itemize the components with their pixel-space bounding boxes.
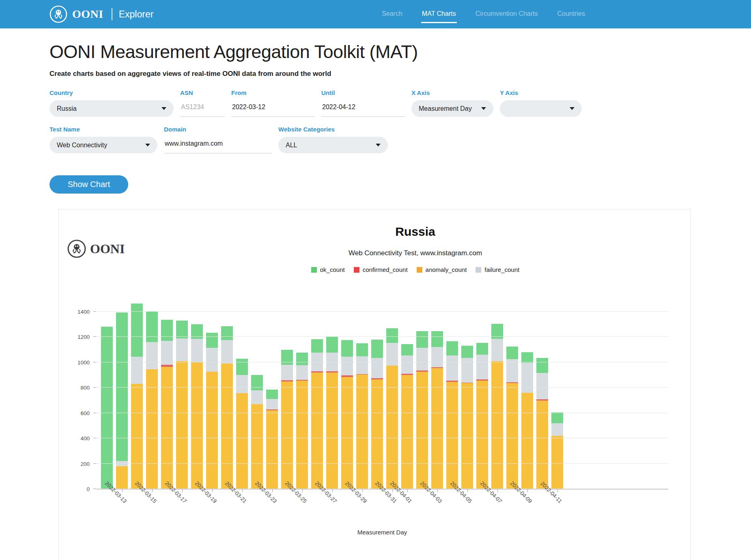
bar-2022-04-04[interactable] [445,304,460,489]
segment-anomaly_count[interactable] [131,384,143,489]
segment-anomaly_count[interactable] [386,366,398,489]
bar-2022-03-19[interactable] [204,304,219,489]
segment-ok_count[interactable] [311,339,323,353]
stacked-bar[interactable] [131,304,143,489]
segment-anomaly_count[interactable] [326,373,338,489]
nav-countries[interactable]: Countries [557,6,586,22]
asn-input[interactable] [180,100,225,117]
stacked-bar[interactable] [281,350,293,489]
stacked-bar[interactable] [206,333,218,489]
segment-ok_count[interactable] [101,327,113,489]
segment-failure_count[interactable] [431,347,443,367]
segment-ok_count[interactable] [296,353,308,365]
segment-ok_count[interactable] [341,340,353,357]
segment-failure_count[interactable] [401,355,413,374]
segment-failure_count[interactable] [491,339,503,361]
segment-ok_count[interactable] [206,333,218,348]
stacked-bar[interactable] [101,327,113,489]
segment-failure_count[interactable] [266,399,278,409]
bar-2022-03-20[interactable] [219,304,235,489]
stacked-bar[interactable] [116,312,128,489]
segment-failure_count[interactable] [146,342,158,369]
stacked-bar[interactable] [266,390,278,489]
segment-failure_count[interactable] [476,355,488,379]
bar-2022-03-15[interactable] [144,304,159,489]
bar-2022-03-31[interactable] [385,304,400,489]
segment-failure_count[interactable] [521,363,533,392]
segment-anomaly_count[interactable] [431,368,443,489]
segment-ok_count[interactable] [161,320,173,341]
segment-ok_count[interactable] [386,328,398,343]
segment-anomaly_count[interactable] [266,410,278,489]
segment-ok_count[interactable] [371,340,383,358]
segment-ok_count[interactable] [551,412,563,423]
segment-ok_count[interactable] [176,321,188,338]
bar-2022-03-24[interactable] [280,304,295,489]
segment-ok_count[interactable] [236,359,248,375]
website-categories-select[interactable]: ALL [278,137,388,153]
segment-failure_count[interactable] [551,423,563,436]
segment-failure_count[interactable] [356,356,368,374]
bar-2022-04-02[interactable] [415,304,430,489]
brand[interactable]: OONI Explorer [49,5,153,23]
bar-2022-03-25[interactable] [295,304,310,489]
bar-2022-04-09[interactable] [520,304,535,489]
stacked-bar[interactable] [476,343,488,489]
segment-failure_count[interactable] [416,348,428,370]
segment-failure_count[interactable] [131,357,143,384]
segment-anomaly_count[interactable] [416,372,428,489]
stacked-bar[interactable] [536,358,548,489]
segment-failure_count[interactable] [236,375,248,393]
stacked-bar[interactable] [506,347,518,489]
segment-failure_count[interactable] [341,357,353,375]
segment-anomaly_count[interactable] [521,393,533,489]
segment-anomaly_count[interactable] [341,377,353,489]
bar-2022-03-29[interactable] [355,304,370,489]
segment-ok_count[interactable] [506,347,518,359]
segment-failure_count[interactable] [161,341,173,365]
stacked-bar[interactable] [416,331,428,489]
segment-ok_count[interactable] [281,350,293,365]
bar-2022-04-10[interactable] [535,304,550,489]
test-name-select[interactable]: Web Connectivity [49,137,157,153]
stacked-bar[interactable] [296,353,308,489]
stacked-bar[interactable] [146,312,158,489]
segment-ok_count[interactable] [401,344,413,355]
segment-anomaly_count[interactable] [296,381,308,489]
segment-failure_count[interactable] [206,348,218,372]
bar-2022-03-26[interactable] [310,304,325,489]
segment-failure_count[interactable] [221,340,233,364]
segment-anomaly_count[interactable] [401,375,413,489]
y-axis-select[interactable] [500,100,582,117]
stacked-bar[interactable] [356,343,368,489]
segment-ok_count[interactable] [146,312,158,342]
until-date-input[interactable] [321,100,405,117]
segment-failure_count[interactable] [251,390,263,404]
bar-2022-04-08[interactable] [505,304,520,489]
segment-anomaly_count[interactable] [206,372,218,489]
segment-ok_count[interactable] [461,346,473,358]
segment-failure_count[interactable] [191,339,203,362]
bar-2022-04-03[interactable] [430,304,445,489]
segment-anomaly_count[interactable] [491,361,503,489]
stacked-bar[interactable] [221,326,233,489]
segment-ok_count[interactable] [356,343,368,356]
stacked-bar[interactable] [176,321,188,489]
segment-anomaly_count[interactable] [176,361,188,489]
segment-anomaly_count[interactable] [116,466,128,489]
segment-failure_count[interactable] [536,373,548,399]
bar-2022-03-21[interactable] [235,304,250,489]
segment-anomaly_count[interactable] [371,379,383,489]
segment-anomaly_count[interactable] [251,404,263,489]
segment-failure_count[interactable] [446,355,458,381]
segment-anomaly_count[interactable] [461,383,473,489]
segment-failure_count[interactable] [296,365,308,380]
bar-2022-03-30[interactable] [370,304,385,489]
segment-ok_count[interactable] [416,331,428,348]
bar-2022-03-16[interactable] [159,304,174,489]
segment-anomaly_count[interactable] [551,436,563,489]
show-chart-button[interactable]: Show Chart [49,175,128,194]
segment-ok_count[interactable] [251,375,263,390]
bar-2022-04-06[interactable] [475,304,490,489]
segment-anomaly_count[interactable] [476,381,488,489]
